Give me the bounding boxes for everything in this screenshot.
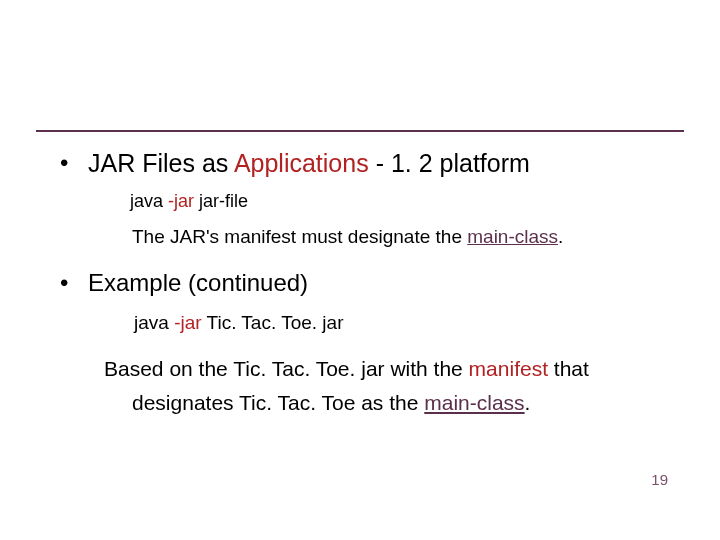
text-fragment: . — [558, 226, 563, 247]
subline-command-1: java -jar jar-file — [130, 188, 670, 214]
text-fragment: . — [525, 391, 531, 414]
text-fragment: that — [548, 357, 589, 380]
explanation-paragraph: Based on the Tic. Tac. Toe. jar with the… — [104, 352, 660, 420]
emphasis-underline: main-class — [467, 226, 558, 247]
text-fragment: - 1. 2 platform — [369, 149, 530, 177]
paragraph-line-2: designates Tic. Tac. Toe as the main-cla… — [104, 386, 660, 420]
flag-text: -jar — [174, 312, 201, 333]
subline-command-2: java -jar Tic. Tac. Toe. jar — [134, 310, 670, 336]
text-fragment: Based on the Tic. Tac. Toe. jar with the — [104, 357, 469, 380]
bullet-1-text: JAR Files as Applications - 1. 2 platfor… — [88, 148, 530, 178]
bullet-marker: • — [60, 268, 88, 298]
flag-text: -jar — [168, 191, 194, 211]
text-fragment: JAR Files as — [88, 149, 234, 177]
emphasis-text: manifest — [469, 357, 548, 380]
bullet-marker: • — [60, 148, 88, 178]
emphasis-text: Applications — [234, 149, 369, 177]
slide: • JAR Files as Applications - 1. 2 platf… — [0, 0, 720, 540]
text-fragment: java — [134, 312, 174, 333]
text-fragment: Tic. Tac. Toe. jar — [202, 312, 344, 333]
text-fragment: designates Tic. Tac. Toe as the — [132, 391, 424, 414]
bullet-1: • JAR Files as Applications - 1. 2 platf… — [60, 148, 670, 178]
text-fragment: The JAR's manifest must designate the — [132, 226, 467, 247]
text-fragment: java — [130, 191, 168, 211]
text-fragment: jar-file — [194, 191, 248, 211]
page-number: 19 — [651, 471, 668, 488]
divider-line — [36, 130, 684, 132]
bullet-2-text: Example (continued) — [88, 268, 308, 298]
content-area: • JAR Files as Applications - 1. 2 platf… — [60, 148, 670, 420]
subline-manifest-note: The JAR's manifest must designate the ma… — [132, 224, 670, 250]
bullet-2: • Example (continued) — [60, 268, 670, 298]
emphasis-underline: main-class — [424, 391, 524, 414]
